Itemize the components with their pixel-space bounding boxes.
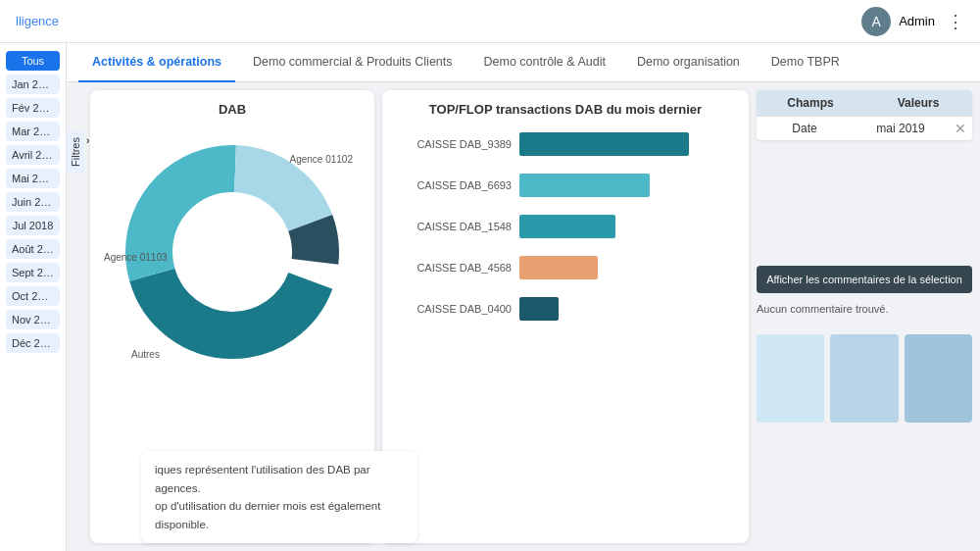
bottom-info: iques représentent l'utilisation des DAB… [141, 451, 417, 543]
main-layout: TousJan 2018Fév 2018Mar 2018Avril 2018Ma… [0, 43, 980, 551]
bar-row: CAISSE DAB_4568 [394, 256, 737, 279]
sidebar-btn-fev2018[interactable]: Fév 2018 [6, 98, 60, 118]
bar-track [519, 297, 737, 321]
bar-label: CAISSE DAB_6693 [394, 179, 512, 191]
comment-section: Afficher les commentaires de la sélectio… [757, 266, 972, 319]
bar-fill [519, 256, 598, 279]
bar-row: CAISSE DAB_0400 [394, 297, 737, 321]
main-area: Activités & opérationsDemo commercial & … [67, 43, 980, 551]
sidebar-btn-tous[interactable]: Tous [6, 51, 60, 71]
sidebar-btn-juin2018[interactable]: Juin 2018 [6, 192, 60, 212]
bottom-card-3 [905, 334, 972, 423]
bottom-info-line2: op d'utilisation du dernier mois est éga… [155, 497, 404, 533]
content-area: Filtres › DAB [67, 82, 980, 551]
sidebar-btn-oct2018[interactable]: Oct 2018 [6, 286, 60, 306]
bottom-card-1 [757, 334, 824, 423]
filter-remove-button[interactable]: ✕ [949, 121, 972, 136]
filter-champ-date: Date [757, 117, 853, 140]
comment-tooltip[interactable]: Afficher les commentaires de la sélectio… [757, 266, 972, 293]
filters-panel: Filtres › [67, 82, 91, 551]
bar-label: CAISSE DAB_4568 [394, 262, 512, 274]
bar-fill [519, 215, 615, 238]
bar-fill [519, 132, 689, 156]
tab-demo-commercial[interactable]: Demo commercial & Produits Clients [239, 43, 466, 82]
bar-label: CAISSE DAB_9389 [394, 138, 512, 150]
sidebar-btn-dec2018[interactable]: Déc 2018 [6, 333, 60, 353]
tab-activites[interactable]: Activités & opérations [78, 43, 235, 82]
col-champs: Champs [757, 90, 864, 116]
filter-table: Champs Valeurs Date mai 2019 ✕ [757, 90, 972, 140]
user-menu[interactable]: A Admin ⋮ [861, 7, 964, 36]
bottom-card-2 [830, 334, 898, 423]
bottom-cards [757, 334, 972, 423]
agence-label-autres: Autres [131, 349, 160, 360]
bar-row: CAISSE DAB_1548 [394, 215, 737, 238]
bar-fill [519, 297, 559, 321]
comment-empty: Aucun commentaire trouvé. [757, 299, 972, 319]
bar-track [519, 256, 737, 279]
tab-demo-tbpr[interactable]: Demo TBPR [758, 43, 854, 82]
sidebar-btn-sept2018[interactable]: Sept 2018 [6, 263, 60, 282]
bar-fill [519, 174, 650, 197]
filter-table-header: Champs Valeurs [757, 90, 972, 116]
svg-point-4 [173, 193, 291, 311]
sidebar-btn-jan2018[interactable]: Jan 2018 [6, 75, 60, 94]
tab-demo-organisation[interactable]: Demo organisation [623, 43, 754, 82]
bar-label: CAISSE DAB_1548 [394, 221, 512, 232]
filter-row-date: Date mai 2019 ✕ [757, 116, 972, 140]
sidebar-btn-jul2018[interactable]: Jul 2018 [6, 216, 60, 235]
sidebar: TousJan 2018Fév 2018Mar 2018Avril 2018Ma… [0, 43, 67, 551]
bar-track [519, 174, 737, 197]
bar-row: CAISSE DAB_9389 [394, 132, 737, 156]
user-menu-dots[interactable]: ⋮ [947, 11, 964, 32]
filter-valeur-date: mai 2019 [853, 117, 949, 140]
bar-label: CAISSE DAB_0400 [394, 303, 512, 315]
bottom-info-line1: iques représentent l'utilisation des DAB… [155, 461, 404, 497]
agence-label-01103: Agence 01103 [104, 252, 168, 263]
sidebar-btn-nov2018[interactable]: Nov 2018 [6, 310, 60, 329]
filters-label[interactable]: Filtres [67, 131, 84, 173]
donut-chart: Agence 01102 Agence 01103 Autres [102, 125, 363, 379]
bar-chart: CAISSE DAB_9389CAISSE DAB_6693CAISSE DAB… [394, 125, 737, 346]
bar-row: CAISSE DAB_6693 [394, 174, 737, 197]
tab-demo-controle[interactable]: Demo contrôle & Audit [470, 43, 619, 82]
avatar: A [861, 7, 891, 36]
sidebar-btn-mar2018[interactable]: Mar 2018 [6, 122, 60, 141]
col-valeurs: Valeurs [864, 90, 972, 116]
dab-title: DAB [102, 102, 363, 117]
username-label: Admin [899, 14, 935, 28]
bar-track [519, 215, 737, 238]
agence-label-01102: Agence 01102 [289, 154, 353, 165]
header: lligence A Admin ⋮ [0, 0, 980, 43]
sidebar-btn-avril2018[interactable]: Avril 2018 [6, 145, 60, 165]
tab-bar: Activités & opérationsDemo commercial & … [67, 43, 980, 82]
right-panel: Champs Valeurs Date mai 2019 ✕ Afficher … [757, 90, 972, 543]
bar-track [519, 132, 737, 156]
brand-text: lligence [16, 14, 59, 28]
sidebar-btn-mai2018[interactable]: Mai 2018 [6, 169, 60, 188]
bar-chart-card: TOP/FLOP transactions DAB du mois dernie… [382, 90, 749, 543]
sidebar-btn-aout2018[interactable]: Août 2018 [6, 239, 60, 259]
bar-chart-title: TOP/FLOP transactions DAB du mois dernie… [394, 102, 737, 117]
